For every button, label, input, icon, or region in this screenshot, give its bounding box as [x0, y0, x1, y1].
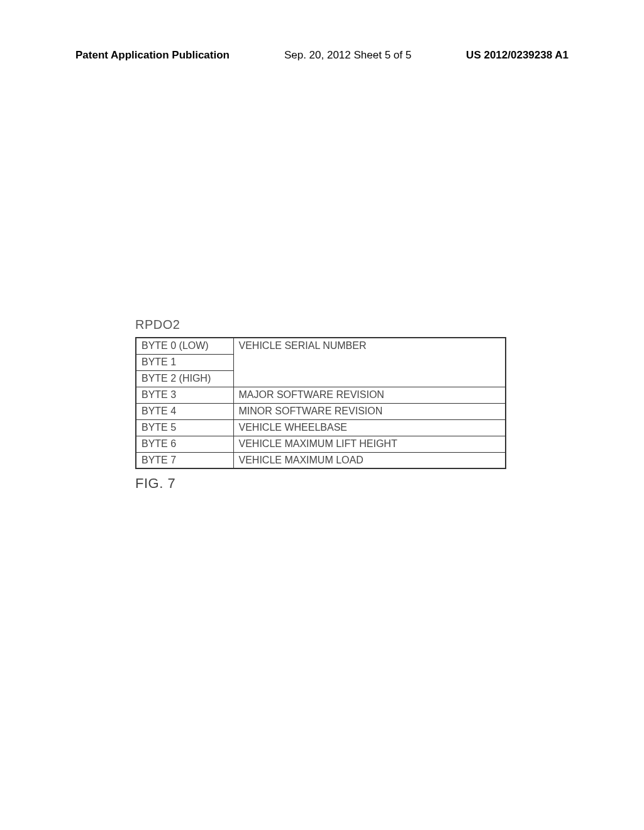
table-row: BYTE 7 VEHICLE MAXIMUM LOAD — [136, 452, 506, 468]
byte-cell: BYTE 6 — [136, 436, 233, 452]
table-row: BYTE 5 VEHICLE WHEELBASE — [136, 419, 506, 436]
rpdo2-table: BYTE 0 (LOW) VEHICLE SERIAL NUMBER BYTE … — [135, 337, 506, 469]
byte-cell: BYTE 1 — [136, 354, 233, 370]
header-patent-number: US 2012/0239238 A1 — [466, 49, 569, 62]
byte-cell: BYTE 4 — [136, 403, 233, 419]
byte-cell: BYTE 3 — [136, 387, 233, 403]
table-row: BYTE 6 VEHICLE MAXIMUM LIFT HEIGHT — [136, 436, 506, 452]
byte-cell: BYTE 7 — [136, 452, 233, 468]
page-header: Patent Application Publication Sep. 20, … — [0, 49, 644, 62]
desc-cell: VEHICLE WHEELBASE — [233, 419, 506, 436]
figure-content: RPDO2 BYTE 0 (LOW) VEHICLE SERIAL NUMBER… — [135, 318, 506, 492]
desc-cell: VEHICLE MAXIMUM LIFT HEIGHT — [233, 436, 506, 452]
byte-cell: BYTE 0 (LOW) — [136, 338, 233, 354]
header-date-sheet: Sep. 20, 2012 Sheet 5 of 5 — [284, 49, 411, 62]
desc-cell: MINOR SOFTWARE REVISION — [233, 403, 506, 419]
desc-cell: VEHICLE SERIAL NUMBER — [233, 338, 506, 387]
byte-cell: BYTE 5 — [136, 419, 233, 436]
header-publication-type: Patent Application Publication — [75, 49, 230, 62]
desc-cell: MAJOR SOFTWARE REVISION — [233, 387, 506, 403]
table-row: BYTE 3 MAJOR SOFTWARE REVISION — [136, 387, 506, 403]
byte-cell: BYTE 2 (HIGH) — [136, 370, 233, 387]
table-title: RPDO2 — [135, 318, 506, 332]
table-row: BYTE 0 (LOW) VEHICLE SERIAL NUMBER — [136, 338, 506, 354]
desc-cell: VEHICLE MAXIMUM LOAD — [233, 452, 506, 468]
figure-label: FIG. 7 — [135, 475, 506, 492]
table-row: BYTE 4 MINOR SOFTWARE REVISION — [136, 403, 506, 419]
